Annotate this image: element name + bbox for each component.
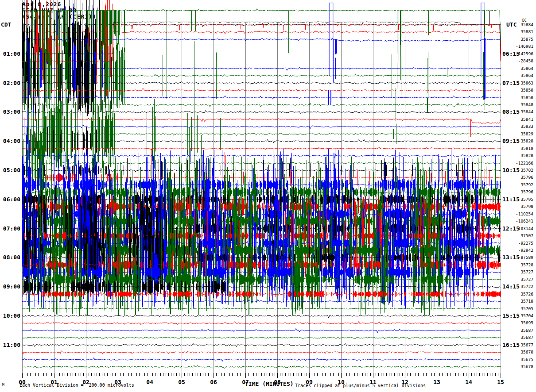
row-dc-value: 35687	[509, 328, 533, 333]
row-dc-value: 35678	[509, 364, 533, 369]
row-dc-value: -142596	[509, 51, 533, 56]
x-tick-label: 04	[143, 379, 156, 385]
row-dc-value: -110254	[509, 211, 533, 216]
row-dc-value: 35864	[509, 66, 533, 71]
row-dc-value: 35796	[509, 189, 533, 194]
row-dc-value: -106241	[509, 219, 533, 223]
row-dc-value: 35727	[509, 269, 533, 274]
scale-note: Each Vertical Division = 200.00 microvol…	[19, 383, 134, 388]
left-hour-label: 03:00	[0, 108, 20, 115]
row-dc-value: -146981	[509, 44, 533, 49]
date-label: Apr 8,2026	[22, 1, 61, 8]
webicorder-screen: Apr 8,2026 SEAR HNZ NM 00 (Searcy, AR (C…	[0, 0, 536, 392]
row-dc-value: 35677	[509, 342, 533, 347]
row-dc-value: 35704	[509, 313, 533, 318]
row-dc-value: 35796	[509, 175, 533, 180]
row-dc-value: 35833	[509, 124, 533, 129]
x-tick-label: 05	[175, 379, 188, 385]
row-dc-value: -103144	[509, 226, 533, 231]
left-hour-label: 02:00	[0, 80, 20, 86]
row-dc-value: -92942	[509, 248, 533, 253]
x-tick-label: 06	[207, 379, 220, 385]
row-dc-value: 35881	[509, 29, 533, 34]
row-dc-value: 35828	[509, 138, 533, 143]
row-dc-value: 35727	[509, 277, 533, 282]
row-dc-value: 35695	[509, 320, 533, 325]
location-label: (Searcy, AR (CERI))	[22, 13, 97, 20]
clip-note: Traces clipped at plus/minus 5 vertical …	[295, 383, 426, 388]
row-dc-value: 35722	[509, 284, 533, 289]
row-dc-value: 35884	[509, 22, 533, 27]
row-dc-value: 35790	[509, 204, 533, 209]
row-dc-value: 35863	[509, 81, 533, 85]
left-timezone-label: CDT	[1, 21, 11, 28]
row-dc-value: 35829	[509, 131, 533, 136]
left-hour-label: 11:00	[0, 342, 20, 348]
row-dc-value: 35782	[509, 168, 533, 173]
row-dc-value: 35792	[509, 182, 533, 187]
station-label: SEAR HNZ NM 00	[22, 7, 77, 14]
left-hour-label: 01:00	[0, 50, 20, 57]
row-dc-value: 35795	[509, 197, 533, 202]
row-dc-value: -28458	[509, 58, 533, 63]
left-hour-label: 06:00	[0, 196, 20, 203]
row-dc-value: 35675	[509, 357, 533, 362]
x-tick-label: 13	[430, 379, 443, 385]
row-dc-value: 35858	[509, 88, 533, 92]
row-dc-value: -122166	[509, 161, 533, 165]
left-hour-label: 08:00	[0, 254, 20, 261]
row-dc-value: 35848	[509, 102, 533, 107]
row-dc-value: 35728	[509, 262, 533, 267]
row-dc-value: -92275	[509, 241, 533, 246]
row-dc-value: 35687	[509, 335, 533, 340]
watermark: M	[2, 383, 4, 387]
row-dc-value: 35875	[509, 37, 533, 42]
row-dc-value: 35820	[509, 153, 533, 158]
row-dc-value: 35678	[509, 350, 533, 354]
x-tick-label: 15	[494, 379, 507, 385]
row-dc-value: 35818	[509, 146, 533, 151]
row-dc-value: 35718	[509, 299, 533, 304]
row-dc-value: -87589	[509, 255, 533, 260]
left-hour-label: 09:00	[0, 283, 20, 290]
row-dc-value: 35705	[509, 306, 533, 311]
row-dc-value: 35850	[509, 95, 533, 100]
seismogram-plot	[0, 0, 536, 392]
row-dc-value: -97507	[509, 233, 533, 238]
left-hour-label: 07:00	[0, 225, 20, 232]
left-hour-label: 04:00	[0, 138, 20, 144]
x-tick-label: 14	[462, 379, 475, 385]
row-dc-value: 35844	[509, 109, 533, 114]
row-dc-value: 35841	[509, 117, 533, 122]
left-hour-label: 05:00	[0, 167, 20, 173]
x-axis-title: TIME (MINUTES)	[245, 380, 294, 387]
row-dc-value: 35864	[509, 73, 533, 78]
left-hour-label: 10:00	[0, 312, 20, 319]
row-dc-value: 35726	[509, 292, 533, 296]
